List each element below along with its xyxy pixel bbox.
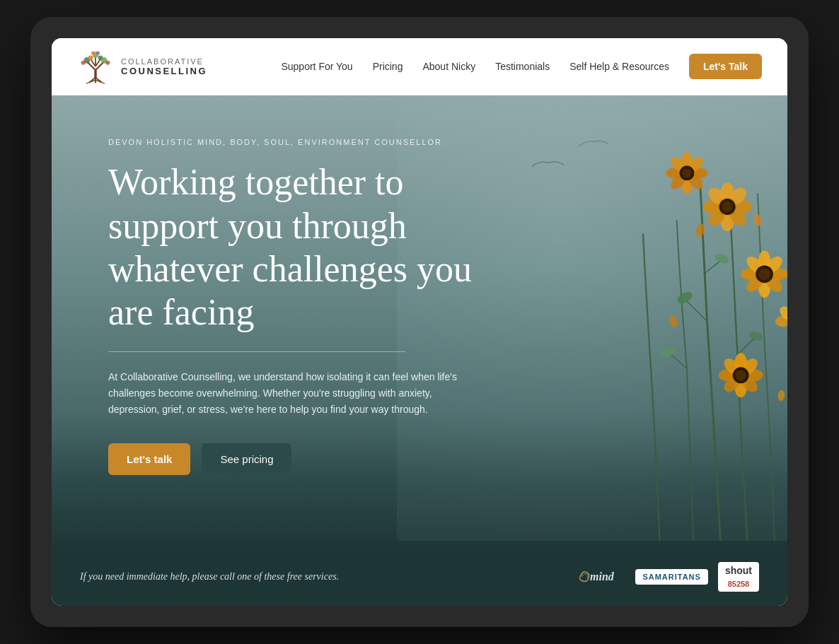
device-frame: COLLABORATIVE COUNSELLING Support For Yo… bbox=[30, 17, 809, 626]
logo-text: COLLABORATIVE COUNSELLING bbox=[121, 57, 207, 76]
hero-title: Working together to support you through … bbox=[108, 160, 504, 334]
logo-bottom: COUNSELLING bbox=[121, 66, 207, 76]
see-pricing-button[interactable]: See pricing bbox=[202, 443, 291, 475]
nav-item-selfhelp[interactable]: Self Help & Resources bbox=[569, 60, 669, 73]
svg-text:mind: mind bbox=[590, 570, 615, 582]
mind-logo: mind bbox=[566, 563, 625, 591]
svg-point-17 bbox=[105, 61, 110, 65]
svg-point-13 bbox=[88, 56, 93, 61]
charity-logos: mind SAMARITANS shout 85258 bbox=[566, 562, 759, 591]
hero-section: DEVON HOLISTIC MIND, BODY, SOUL, ENVIRON… bbox=[52, 95, 787, 548]
nav-item-pricing[interactable]: Pricing bbox=[373, 60, 403, 73]
lets-talk-button[interactable]: Let's talk bbox=[108, 443, 190, 475]
svg-rect-5 bbox=[94, 70, 96, 78]
browser-window: COLLABORATIVE COUNSELLING Support For Yo… bbox=[52, 38, 787, 605]
nav-item-about[interactable]: About Nicky bbox=[422, 60, 475, 73]
nav-cta-item[interactable]: Let's Talk bbox=[689, 60, 762, 73]
logo-area: COLLABORATIVE COUNSELLING bbox=[77, 48, 207, 85]
svg-point-16 bbox=[81, 61, 86, 65]
logo-tree-icon bbox=[77, 48, 114, 85]
hero-buttons: Let's talk See pricing bbox=[108, 443, 504, 475]
hero-divider bbox=[108, 351, 405, 352]
navbar: COLLABORATIVE COUNSELLING Support For Yo… bbox=[52, 38, 787, 95]
logo-top: COLLABORATIVE bbox=[121, 57, 207, 66]
svg-point-69 bbox=[736, 370, 746, 380]
nav-links: Support For You Pricing About Nicky Test… bbox=[281, 60, 762, 73]
svg-point-49 bbox=[682, 168, 691, 177]
hero-content: DEVON HOLISTIC MIND, BODY, SOUL, ENVIRON… bbox=[52, 95, 547, 510]
samaritans-logo: SAMARITANS bbox=[635, 569, 708, 585]
hero-body: At Collaborative Counselling, we underst… bbox=[108, 369, 476, 418]
shout-logo: shout 85258 bbox=[718, 562, 759, 591]
svg-point-14 bbox=[98, 56, 103, 61]
footer-help-text: If you need immediate help, please call … bbox=[80, 571, 339, 582]
svg-point-59 bbox=[758, 268, 770, 280]
nav-item-support[interactable]: Support For You bbox=[281, 60, 352, 73]
svg-point-18 bbox=[91, 52, 95, 55]
footer-strip: If you need immediate help, please call … bbox=[52, 548, 787, 605]
svg-point-19 bbox=[96, 52, 100, 55]
nav-item-testimonials[interactable]: Testimonials bbox=[495, 60, 550, 73]
hero-subtitle: DEVON HOLISTIC MIND, BODY, SOUL, ENVIRON… bbox=[108, 138, 504, 146]
svg-point-39 bbox=[722, 201, 733, 212]
